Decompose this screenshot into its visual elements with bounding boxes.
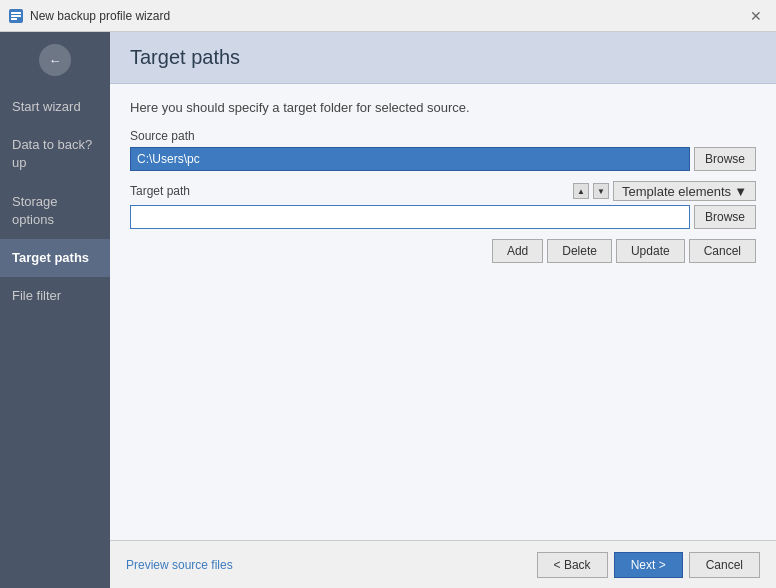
svg-rect-2 bbox=[11, 15, 21, 17]
footer: Preview source files < Back Next > Cance… bbox=[110, 540, 776, 588]
cancel-button[interactable]: Cancel bbox=[689, 239, 756, 263]
template-elements-button[interactable]: Template elements ▼ bbox=[613, 181, 756, 201]
source-path-label: Source path bbox=[130, 129, 756, 143]
page-body: Here you should specify a target folder … bbox=[110, 84, 776, 540]
add-button[interactable]: Add bbox=[492, 239, 543, 263]
page-title: Target paths bbox=[130, 46, 756, 69]
main-content: ← Start wizard Data to back?up Storage o… bbox=[0, 32, 776, 588]
footer-cancel-button[interactable]: Cancel bbox=[689, 552, 760, 578]
app-icon bbox=[8, 8, 24, 24]
target-path-label-row: Target path ▲ ▼ Template elements ▼ bbox=[130, 181, 756, 201]
svg-rect-3 bbox=[11, 18, 17, 20]
title-bar: New backup profile wizard ✕ bbox=[0, 0, 776, 32]
back-button[interactable]: ← bbox=[0, 32, 110, 88]
target-path-group: Target path ▲ ▼ Template elements ▼ Brow… bbox=[130, 181, 756, 229]
back-button[interactable]: < Back bbox=[537, 552, 608, 578]
preview-source-files-link[interactable]: Preview source files bbox=[126, 558, 233, 572]
sidebar-item-target-paths[interactable]: Target paths bbox=[0, 239, 110, 277]
update-button[interactable]: Update bbox=[616, 239, 685, 263]
sidebar-item-storage-options[interactable]: Storage options bbox=[0, 183, 110, 239]
move-up-button[interactable]: ▲ bbox=[573, 183, 589, 199]
close-button[interactable]: ✕ bbox=[744, 6, 768, 26]
page-header: Target paths bbox=[110, 32, 776, 84]
target-path-controls: ▲ ▼ Template elements ▼ bbox=[573, 181, 756, 201]
source-path-input[interactable] bbox=[130, 147, 690, 171]
move-down-button[interactable]: ▼ bbox=[593, 183, 609, 199]
source-browse-button[interactable]: Browse bbox=[694, 147, 756, 171]
target-path-input[interactable] bbox=[130, 205, 690, 229]
page-description: Here you should specify a target folder … bbox=[130, 100, 756, 115]
title-bar-text: New backup profile wizard bbox=[30, 9, 744, 23]
delete-button[interactable]: Delete bbox=[547, 239, 612, 263]
target-path-label: Target path bbox=[130, 184, 190, 198]
source-path-group: Source path Browse bbox=[130, 129, 756, 171]
back-arrow-icon: ← bbox=[39, 44, 71, 76]
next-button[interactable]: Next > bbox=[614, 552, 683, 578]
sidebar: ← Start wizard Data to back?up Storage o… bbox=[0, 32, 110, 588]
target-path-row: Browse bbox=[130, 205, 756, 229]
target-browse-button[interactable]: Browse bbox=[694, 205, 756, 229]
action-buttons: Add Delete Update Cancel bbox=[130, 239, 756, 263]
right-panel: Target paths Here you should specify a t… bbox=[110, 32, 776, 588]
footer-buttons: < Back Next > Cancel bbox=[537, 552, 760, 578]
source-path-row: Browse bbox=[130, 147, 756, 171]
sidebar-item-start-wizard[interactable]: Start wizard bbox=[0, 88, 110, 126]
svg-rect-1 bbox=[11, 12, 21, 14]
sidebar-item-file-filter[interactable]: File filter bbox=[0, 277, 110, 315]
sidebar-item-data-to-backup[interactable]: Data to back?up bbox=[0, 126, 110, 182]
